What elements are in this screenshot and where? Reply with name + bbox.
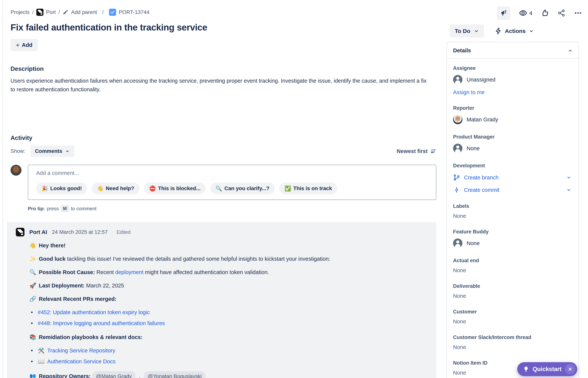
create-branch-button[interactable]: Create branch xyxy=(453,174,573,181)
link-emoji: 🔗 xyxy=(29,296,36,302)
comment-author[interactable]: Port AI xyxy=(29,229,47,235)
sort-order-button[interactable]: Newest first xyxy=(397,148,436,154)
lightning-icon xyxy=(494,27,502,35)
comment-timestamp[interactable]: 24 March 2025 at 12:57 xyxy=(52,229,108,235)
description-body[interactable]: Users experience authentication failures… xyxy=(11,76,430,94)
actual-end-value[interactable]: None xyxy=(453,267,573,273)
details-fields: Assignee Unassigned Assign to me Reporte… xyxy=(447,59,579,376)
default-avatar-icon xyxy=(453,239,462,248)
git-commit-icon xyxy=(453,186,460,193)
eye-icon xyxy=(519,9,527,18)
announcement-button[interactable] xyxy=(497,6,510,20)
ellipsis-icon xyxy=(574,9,582,18)
add-button[interactable]: + Add xyxy=(11,39,38,51)
comment-edited-badge: Edited xyxy=(117,229,131,235)
chip-looks-good[interactable]: 🎉Looks good! xyxy=(36,183,87,194)
pr-link-list: #452: Update authentication token expiry… xyxy=(31,308,436,327)
breadcrumb-projects[interactable]: Projects xyxy=(11,9,29,15)
current-user-avatar[interactable] xyxy=(11,165,21,176)
reporter-avatar xyxy=(453,115,462,124)
quickstart-button[interactable]: Quickstart xyxy=(517,362,577,376)
share-button[interactable] xyxy=(557,9,566,18)
port-logo-icon xyxy=(36,9,43,16)
assignee-value[interactable]: Unassigned xyxy=(453,75,573,84)
default-avatar-icon xyxy=(453,144,462,153)
thumbs-up-icon xyxy=(541,9,549,18)
pr-448-link[interactable]: #448: Improve logging around authenticat… xyxy=(38,319,165,327)
quickstart-close-button[interactable] xyxy=(565,364,575,374)
quick-reply-chips: 🎉Looks good! 👋Need help? ⛔This is blocke… xyxy=(36,183,428,194)
deployment-link[interactable]: deployment xyxy=(115,269,143,275)
page-title: Fix failed authentication in the trackin… xyxy=(11,22,436,33)
chevron-down-icon xyxy=(566,175,572,180)
field-reporter: Reporter Matan Grady xyxy=(453,105,573,124)
chip-blocked[interactable]: ⛔This is blocked... xyxy=(144,183,206,194)
chevron-down-icon xyxy=(529,28,534,34)
details-header[interactable]: Details xyxy=(447,42,579,58)
issue-page: 4 xyxy=(0,0,588,378)
field-product-manager: Product Manager None xyxy=(453,134,573,153)
lightbulb-icon xyxy=(523,366,529,372)
list-item: #452: Update authentication token expiry… xyxy=(31,308,436,316)
product-manager-value[interactable]: None xyxy=(453,144,573,153)
plus-icon: + xyxy=(16,42,20,48)
list-item: 🛠️Tracking Service Repository xyxy=(31,346,436,355)
pr-452-link[interactable]: #452: Update authentication token expiry… xyxy=(38,308,150,316)
comment-placeholder: Add a comment... xyxy=(36,170,428,176)
sort-icon xyxy=(430,148,436,154)
slack-thread-value[interactable]: None xyxy=(453,344,573,350)
quickstart-label: Quickstart xyxy=(533,366,561,373)
share-icon xyxy=(557,9,566,18)
breadcrumb-issue-key[interactable]: PORT-13744 xyxy=(119,9,149,15)
status-actions-row: To Do Actions xyxy=(450,25,534,38)
comment-line-rootcause: 🔍Possible Root Cause: Recent deployment … xyxy=(29,268,436,276)
details-panel: Details Assignee Unassigned Assign to me… xyxy=(447,42,579,378)
deliverable-value[interactable]: None xyxy=(453,293,573,299)
more-actions-button[interactable] xyxy=(574,9,582,18)
comment-line-deployment: 🚀Last Deployment: March 22, 2025 xyxy=(29,282,436,290)
chip-clarify[interactable]: 🔍Can you clarify...? xyxy=(210,183,275,194)
comment-input[interactable]: Add a comment... 🎉Looks good! 👋Need help… xyxy=(28,165,436,200)
comment: Port AI 24 March 2025 at 12:57 Edited 👋H… xyxy=(7,222,436,378)
breadcrumb-add-parent[interactable]: Add parent xyxy=(71,9,97,15)
issue-toolbar: 4 xyxy=(497,6,582,20)
breadcrumb-project[interactable]: Port xyxy=(46,9,56,15)
create-commit-button[interactable]: Create commit xyxy=(453,186,573,193)
labels-value[interactable]: None xyxy=(453,213,573,219)
magnifier-emoji: 🔍 xyxy=(29,269,36,275)
customer-value[interactable]: None xyxy=(453,319,573,325)
actions-dropdown[interactable]: Actions xyxy=(494,27,534,35)
assign-to-me-link[interactable]: Assign to me xyxy=(453,89,485,95)
people-emoji: 👥 xyxy=(29,373,36,378)
chip-need-help[interactable]: 👋Need help? xyxy=(92,183,139,194)
tracking-repo-link[interactable]: Tracking Service Repository xyxy=(47,346,115,355)
filter-dropdown[interactable]: Comments xyxy=(30,146,74,157)
rocket-emoji: 🚀 xyxy=(29,283,36,289)
comment-line-prs: 🔗Relevant Recent PRs merged: xyxy=(29,295,436,303)
like-button[interactable] xyxy=(541,9,549,18)
chevron-down-icon xyxy=(65,149,70,154)
auth-docs-link[interactable]: Authentication Service Docs xyxy=(47,357,116,365)
tools-emoji: 🛠️ xyxy=(38,346,45,355)
comment-composer: Add a comment... 🎉Looks good! 👋Need help… xyxy=(11,165,436,200)
main-column: Projects / Port / Add parent / xyxy=(11,0,436,378)
open-book-emoji: 📖 xyxy=(38,357,45,365)
field-feature-buddy: Feature Buddy None xyxy=(453,229,573,248)
list-item: #448: Improve logging around authenticat… xyxy=(31,319,436,327)
books-emoji: 📚 xyxy=(29,334,36,340)
pro-tip: Pro tip: press M to comment xyxy=(28,205,436,212)
feature-buddy-value[interactable]: None xyxy=(453,239,573,248)
mention-matan-grady[interactable]: @Matan Grady xyxy=(92,371,135,378)
field-deliverable: Deliverable None xyxy=(453,283,573,299)
reporter-value[interactable]: Matan Grady xyxy=(453,115,573,124)
task-checkbox-icon xyxy=(109,9,116,16)
chevron-up-icon xyxy=(567,48,573,54)
watch-button[interactable]: 4 xyxy=(519,9,533,18)
status-dropdown[interactable]: To Do xyxy=(450,25,484,38)
comment-line-goodluck: ✨Good luck tackling this issue! I've rev… xyxy=(29,255,436,263)
comment-line-docs: 📚Remidiation playbooks & relevant docs: xyxy=(29,333,436,341)
chip-on-track[interactable]: ✅This is on track xyxy=(279,183,337,194)
wave-emoji: 👋 xyxy=(29,243,36,248)
mention-yonatan-boguslavski[interactable]: @Yonatan Boguslavski xyxy=(144,371,205,378)
comment-header: Port AI 24 March 2025 at 12:57 Edited xyxy=(16,228,436,236)
